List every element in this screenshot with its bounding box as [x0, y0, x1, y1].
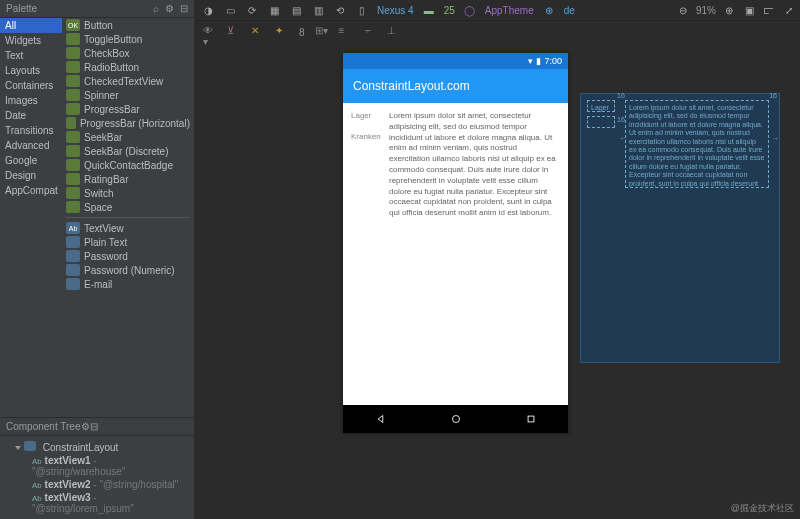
refresh-icon[interactable]: ⟳ — [245, 3, 259, 17]
widget-checkbox[interactable]: CheckBox — [62, 46, 194, 60]
category-layouts[interactable]: Layouts — [0, 63, 62, 78]
category-transitions[interactable]: Transitions — [0, 123, 62, 138]
zoom-in-icon[interactable]: ⊕ — [722, 3, 736, 17]
collapse-icon[interactable]: ⊟ — [90, 421, 98, 432]
category-advanced[interactable]: Advanced — [0, 138, 62, 153]
eye-dropdown-icon[interactable]: 👁▾ — [203, 25, 217, 39]
category-google[interactable]: Google — [0, 153, 62, 168]
widget-textview[interactable]: AbTextView — [62, 221, 194, 235]
widget-plain-text[interactable]: Plain Text — [62, 235, 194, 249]
widget-label: Button — [84, 20, 113, 31]
zoom-out-icon[interactable]: ⊖ — [676, 3, 690, 17]
back-icon[interactable] — [374, 412, 388, 426]
tree-item-textView3[interactable]: Ab textView3 - "@string/lorem_ipsum" — [6, 491, 188, 515]
category-text[interactable]: Text — [0, 48, 62, 63]
tree-item-textView1[interactable]: Ab textView1 - "@string/warehouse" — [6, 454, 188, 478]
margin-unit-icon[interactable]: ⊞▾ — [315, 25, 329, 39]
widget-label: RatingBar — [84, 174, 128, 185]
textview2-preview[interactable]: Kranken — [351, 132, 385, 143]
widget-quickcontactbadge[interactable]: QuickContactBadge — [62, 158, 194, 172]
collapse-icon[interactable]: ⊟ — [180, 3, 188, 14]
bp-textview1[interactable]: Lager — [587, 100, 615, 112]
design-canvas[interactable]: ▾ ▮ 7:00 ConstraintLayout.com Lager Kran… — [195, 43, 800, 519]
widget-ratingbar[interactable]: RatingBar — [62, 172, 194, 186]
widget-password[interactable]: Password — [62, 249, 194, 263]
bp-textview2[interactable] — [587, 116, 615, 128]
category-widgets[interactable]: Widgets — [0, 33, 62, 48]
align-icon[interactable]: ⫟ — [363, 25, 377, 39]
tree-header: Component Tree ⚙ ⊟ — [0, 417, 194, 436]
locale-select[interactable]: de — [564, 5, 575, 16]
api-select[interactable]: 25 — [444, 5, 455, 16]
app-title: ConstraintLayout.com — [353, 79, 470, 93]
locale-icon[interactable]: ⊕ — [542, 3, 556, 17]
category-all[interactable]: All — [0, 18, 62, 33]
svg-point-0 — [452, 416, 459, 423]
device-preview[interactable]: ▾ ▮ 7:00 ConstraintLayout.com Lager Kran… — [343, 53, 568, 433]
grid2-icon[interactable]: ▤ — [289, 3, 303, 17]
widget-togglebutton[interactable]: ToggleButton — [62, 32, 194, 46]
grid3-icon[interactable]: ▥ — [311, 3, 325, 17]
theme-icon[interactable]: ◯ — [463, 3, 477, 17]
widget-progressbar-horizontal-[interactable]: ProgressBar (Horizontal) — [62, 116, 194, 130]
widget-label: Password — [84, 251, 128, 262]
widget-spinner[interactable]: Spinner — [62, 88, 194, 102]
fit-icon[interactable]: ▣ — [742, 3, 756, 17]
widget-label: CheckBox — [84, 48, 130, 59]
category-appcompat[interactable]: AppCompat — [0, 183, 62, 198]
main-area: ◑ ▭ ⟳ ▦ ▤ ▥ ⟲ ▯ Nexus 4 ▬ 25 ◯ AppTheme … — [195, 0, 800, 519]
textview3-preview[interactable]: Lorem ipsum dolor sit amet, consectetur … — [389, 111, 560, 397]
widget-label: TextView — [84, 223, 124, 234]
widget-space[interactable]: Space — [62, 200, 194, 214]
grid-icon[interactable]: ▦ — [267, 3, 281, 17]
widget-button[interactable]: OKButton — [62, 18, 194, 32]
gear-icon[interactable]: ⚙ — [81, 421, 90, 432]
blueprint-preview[interactable]: Lager Lorem ipsum dolor sit amet, consec… — [580, 93, 780, 363]
home-icon[interactable] — [449, 412, 463, 426]
widget-progressbar[interactable]: ProgressBar — [62, 102, 194, 116]
status-bar: ▾ ▮ 7:00 — [343, 53, 568, 69]
api-icon[interactable]: ▬ — [422, 3, 436, 17]
recents-icon[interactable] — [524, 412, 538, 426]
bp-textview3[interactable]: Lorem ipsum dolor sit amet, consectetur … — [625, 100, 769, 188]
tree-root[interactable]: ConstraintLayout — [6, 440, 188, 454]
expand-icon[interactable]: ⤢ — [782, 3, 796, 17]
wand-icon[interactable]: ✦ — [275, 25, 289, 39]
category-date[interactable]: Date — [0, 108, 62, 123]
textview1-preview[interactable]: Lager Kranken — [351, 111, 385, 397]
widget-label: Spinner — [84, 90, 118, 101]
widget-checkedtextview[interactable]: CheckedTextView — [62, 74, 194, 88]
clear-icon[interactable]: ✕ — [251, 25, 265, 39]
layout-content[interactable]: Lager Kranken Lorem ipsum dolor sit amet… — [343, 103, 568, 405]
widget-seekbar-discrete-[interactable]: SeekBar (Discrete) — [62, 144, 194, 158]
design-surface-icon[interactable]: ▭ — [223, 3, 237, 17]
gear-icon[interactable]: ⚙ — [165, 3, 174, 14]
device-icon[interactable]: ▯ — [355, 3, 369, 17]
widget-icon — [66, 201, 80, 213]
margin-value[interactable]: 8 — [299, 27, 305, 38]
widget-seekbar[interactable]: SeekBar — [62, 130, 194, 144]
widget-label: Switch — [84, 188, 113, 199]
widget-switch[interactable]: Switch — [62, 186, 194, 200]
magnet-icon[interactable]: ⊻ — [227, 25, 241, 39]
widget-password-numeric-[interactable]: Password (Numeric) — [62, 263, 194, 277]
widget-label: RadioButton — [84, 62, 139, 73]
theme-select[interactable]: AppTheme — [485, 5, 534, 16]
widget-e-mail[interactable]: E-mail — [62, 277, 194, 291]
category-images[interactable]: Images — [0, 93, 62, 108]
orientation-icon[interactable]: ⟲ — [333, 3, 347, 17]
device-select[interactable]: Nexus 4 — [377, 5, 414, 16]
widget-icon — [66, 145, 80, 157]
eye-icon[interactable]: ◑ — [201, 3, 215, 17]
widget-label: CheckedTextView — [84, 76, 163, 87]
widget-radiobutton[interactable]: RadioButton — [62, 60, 194, 74]
guideline-icon[interactable]: ⊥ — [387, 25, 401, 39]
pan-icon[interactable]: ⫍ — [762, 3, 776, 17]
pack-icon[interactable]: ≡ — [339, 25, 353, 39]
constraint-toolbar: 👁▾ ⊻ ✕ ✦ 8 ⊞▾ ≡ ⫟ ⊥ — [195, 21, 800, 43]
category-containers[interactable]: Containers — [0, 78, 62, 93]
nav-bar — [343, 405, 568, 433]
category-design[interactable]: Design — [0, 168, 62, 183]
search-icon[interactable]: ⌕ — [153, 3, 159, 14]
tree-item-textView2[interactable]: Ab textView2 - "@string/hospital" — [6, 478, 188, 491]
